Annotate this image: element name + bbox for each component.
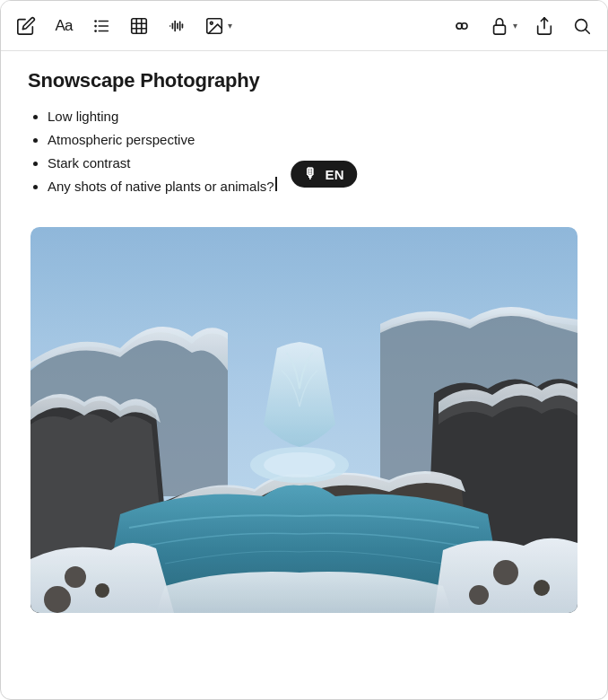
svg-point-2 xyxy=(94,24,97,27)
text-cursor xyxy=(275,177,277,191)
image-chevron-icon: ▾ xyxy=(228,21,232,31)
lock-chevron-icon: ▾ xyxy=(513,21,517,31)
svg-point-0 xyxy=(94,20,97,22)
svg-point-18 xyxy=(210,22,213,24)
svg-rect-22 xyxy=(494,25,506,34)
search-icon[interactable] xyxy=(571,15,593,37)
document-title: Snowscape Photography xyxy=(28,69,580,92)
lock-icon xyxy=(489,15,510,37)
collab-icon[interactable] xyxy=(451,15,473,37)
photo-container xyxy=(28,227,580,613)
image-icon-group[interactable]: ▾ xyxy=(204,15,232,37)
document-content: Snowscape Photography Low lighting Atmos… xyxy=(1,51,607,227)
list-icon[interactable] xyxy=(91,15,112,37)
microphone-icon: 🎙 xyxy=(303,166,317,182)
font-icon[interactable]: Aa xyxy=(53,15,74,37)
toolbar: Aa xyxy=(1,1,607,51)
list-item-text: Any shots of native plants or animals? xyxy=(48,179,274,194)
svg-line-25 xyxy=(586,30,589,33)
audio-icon[interactable] xyxy=(166,15,187,37)
language-label: EN xyxy=(326,167,344,182)
image-icon xyxy=(204,15,225,37)
lock-icon-group[interactable]: ▾ xyxy=(489,15,517,37)
svg-point-4 xyxy=(94,30,97,32)
svg-rect-36 xyxy=(30,227,578,613)
list-item: Low lighting xyxy=(48,105,580,128)
voice-language-pill[interactable]: 🎙 EN xyxy=(291,161,357,188)
font-label: Aa xyxy=(56,17,73,35)
snowscape-image xyxy=(28,227,580,613)
edit-icon[interactable] xyxy=(15,15,37,37)
table-icon[interactable] xyxy=(128,15,150,37)
svg-point-24 xyxy=(576,19,587,31)
share-icon[interactable] xyxy=(534,15,555,37)
svg-rect-6 xyxy=(132,18,147,33)
list-item: Atmospheric perspective xyxy=(48,128,580,152)
